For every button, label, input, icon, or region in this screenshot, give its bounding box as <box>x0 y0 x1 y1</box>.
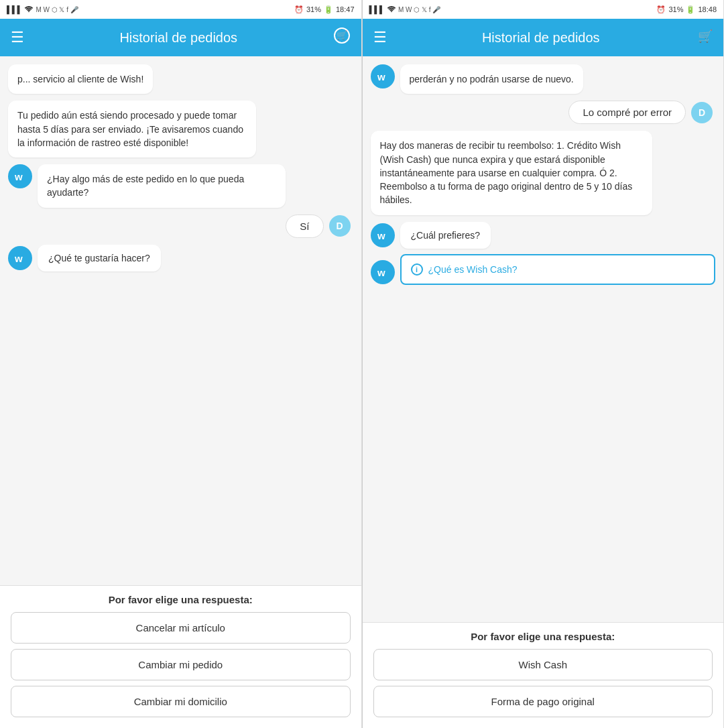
message-row-3: w ¿Hay algo más de este pedido en lo que… <box>8 164 353 208</box>
bot-question-row-1: w ¿Qué te gustaría hacer? <box>8 245 353 271</box>
option-change-order[interactable]: Cambiar mi pedido <box>11 649 351 680</box>
bot-question-bubble-1: ¿Qué te gustaría hacer? <box>38 245 161 271</box>
wish-cash-info-label: ¿Qué es Wish Cash? <box>428 264 518 275</box>
option-change-address[interactable]: Cambiar mi domicilio <box>11 686 351 717</box>
menu-button[interactable]: ☰ <box>11 29 24 46</box>
left-status-right: ⏰ 31% 🔋 18:47 <box>294 5 355 14</box>
right-phone-panel: ▌▌▌ M W ⬡ 𝕏 f 🎤 ⏰ 31% 🔋 18:48 ☰ Historia… <box>363 0 725 728</box>
battery-text: 31% <box>306 5 321 13</box>
choose-label-left: Por favor elige una respuesta: <box>11 594 351 605</box>
right-chat-area: w perderán y no podrán usarse de nuevo. … <box>363 56 724 622</box>
left-status-bar: ▌▌▌ M W ⬡ 𝕏 f 🎤 ⏰ 31% 🔋 18:47 <box>0 0 361 19</box>
right-bot-avatar-1: w <box>371 64 395 88</box>
bot-bubble-1: p... servicio al cliente de Wish! <box>8 64 153 94</box>
right-alarm-icon: ⏰ <box>656 5 666 14</box>
right-user-response-row: Lo compré por error D <box>371 101 716 124</box>
right-header: ☰ Historial de pedidos 🛒 <box>363 19 724 56</box>
right-status-bar: ▌▌▌ M W ⬡ 𝕏 f 🎤 ⏰ 31% 🔋 18:48 <box>363 0 724 19</box>
left-header: ☰ Historial de pedidos 🛒 <box>0 19 361 56</box>
right-battery-text: 31% <box>668 5 683 13</box>
right-status-left: ▌▌▌ M W ⬡ 𝕏 f 🎤 <box>369 5 441 13</box>
page-title: Historial de pedidos <box>119 30 237 46</box>
left-phone-panel: ▌▌▌ M W ⬡ 𝕏 f 🎤 ⏰ 31% 🔋 18:47 ☰ Historia… <box>0 0 362 728</box>
right-user-avatar-1: D <box>691 102 713 123</box>
right-refund-bubble: Hay dos maneras de recibir tu reembolso:… <box>371 131 652 215</box>
user-avatar-1: D <box>329 215 351 237</box>
option-cancel-item[interactable]: Cancelar mi artículo <box>11 612 351 644</box>
bot-avatar-1: w <box>8 164 32 188</box>
right-wifi-icon <box>387 5 396 13</box>
right-question-bubble: ¿Cuál prefieres? <box>400 222 491 249</box>
right-bot-question-row: w ¿Cuál prefieres? <box>371 222 716 249</box>
time-display: 18:47 <box>336 5 355 13</box>
left-chat-area: p... servicio al cliente de Wish! Tu ped… <box>0 56 361 585</box>
svg-text:w: w <box>377 230 385 241</box>
right-cart-button[interactable]: 🛒 <box>695 27 713 48</box>
signal-icon: ▌▌▌ <box>7 5 22 13</box>
svg-text:🛒: 🛒 <box>337 29 348 41</box>
svg-text:w: w <box>377 267 385 278</box>
right-user-response: Lo compré por error <box>568 101 686 124</box>
right-wish-cash-row: w i ¿Qué es Wish Cash? <box>371 254 716 290</box>
right-status-apps-icons: M W ⬡ 𝕏 f 🎤 <box>398 6 440 13</box>
battery-icon: 🔋 <box>324 5 333 14</box>
right-bottom-section: Por favor elige una respuesta: Wish Cash… <box>363 622 724 728</box>
left-status-left: ▌▌▌ M W ⬡ 𝕏 f 🎤 <box>7 5 78 13</box>
status-apps-icons: M W ⬡ 𝕏 f 🎤 <box>36 6 78 13</box>
right-page-title: Historial de pedidos <box>482 30 600 46</box>
svg-text:w: w <box>14 253 23 264</box>
svg-text:w: w <box>377 71 385 82</box>
wifi-icon <box>24 5 34 13</box>
bot-bubble-2: Tu pedido aún está siendo procesado y pu… <box>8 101 256 158</box>
alarm-icon: ⏰ <box>294 5 304 14</box>
svg-text:🛒: 🛒 <box>698 29 713 44</box>
message-row-2: Tu pedido aún está siendo procesado y pu… <box>8 101 353 158</box>
bot-bubble-3: ¿Hay algo más de este pedido en lo que p… <box>38 164 286 208</box>
option-wish-cash[interactable]: Wish Cash <box>373 649 713 680</box>
right-menu-button[interactable]: ☰ <box>373 29 387 46</box>
right-signal-icon: ▌▌▌ <box>369 5 385 13</box>
right-bot-bubble-1: perderán y no podrán usarse de nuevo. <box>400 64 583 94</box>
choose-label-right: Por favor elige una respuesta: <box>373 631 713 642</box>
wish-cash-info-button[interactable]: i ¿Qué es Wish Cash? <box>400 254 716 285</box>
right-battery-icon: 🔋 <box>686 5 695 14</box>
right-refund-message-row: Hay dos maneras de recibir tu reembolso:… <box>371 131 716 215</box>
right-bot-avatar-3: w <box>371 260 395 284</box>
svg-text:w: w <box>14 171 23 182</box>
message-row-1: p... servicio al cliente de Wish! <box>8 64 353 94</box>
option-original-payment[interactable]: Forma de pago original <box>373 686 713 717</box>
right-message-row-1: w perderán y no podrán usarse de nuevo. <box>371 64 716 94</box>
user-response-si: Sí <box>286 215 323 238</box>
left-bottom-section: Por favor elige una respuesta: Cancelar … <box>0 585 361 728</box>
right-status-right: ⏰ 31% 🔋 18:48 <box>656 5 717 14</box>
user-response-si-row: Sí D <box>8 215 353 238</box>
cart-button[interactable]: 🛒 <box>333 27 351 48</box>
right-time-display: 18:48 <box>698 5 717 13</box>
right-bot-avatar-2: w <box>371 223 395 247</box>
bot-avatar-2: w <box>8 246 32 270</box>
info-icon: i <box>411 263 423 276</box>
